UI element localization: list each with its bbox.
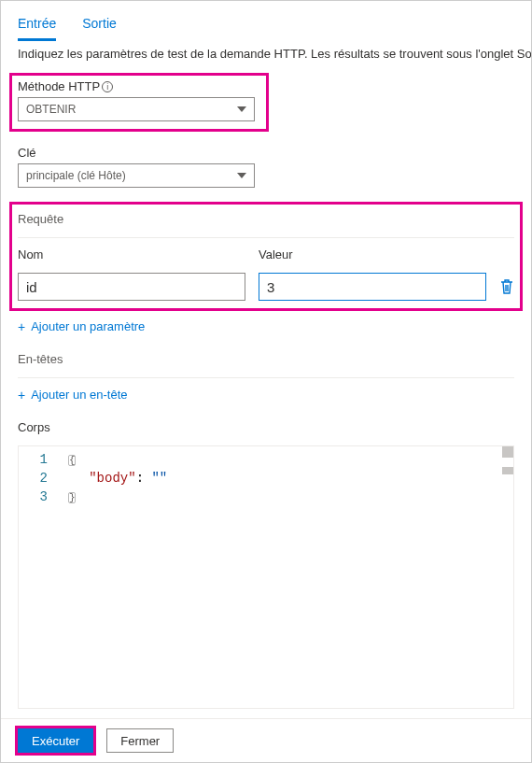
- tab-output[interactable]: Sortie: [82, 12, 117, 41]
- chevron-down-icon: [237, 173, 246, 178]
- scrollbar-thumb[interactable]: [502, 446, 513, 458]
- body-title: Corps: [18, 420, 514, 434]
- tabs: Entrée Sortie: [18, 12, 514, 41]
- line-number: 1: [19, 450, 48, 469]
- query-row: [18, 273, 514, 301]
- query-group: Requête Nom Valeur: [10, 203, 522, 310]
- query-name-input[interactable]: [18, 273, 245, 301]
- plus-icon: +: [18, 389, 25, 402]
- plus-icon: +: [18, 320, 25, 333]
- query-title: Requête: [18, 212, 514, 226]
- query-value-header: Valeur: [259, 247, 486, 261]
- code-value: "": [151, 471, 167, 486]
- key-group: Clé principale (clé Hôte): [18, 146, 514, 188]
- code-body[interactable]: { "body": "" }: [58, 446, 513, 708]
- key-value: principale (clé Hôte): [26, 169, 126, 182]
- spacer: [499, 247, 514, 261]
- description-text: Indiquez les paramètres de test de la de…: [18, 47, 514, 61]
- code-editor[interactable]: 1 2 3 { "body": "" }: [18, 445, 514, 709]
- code-key: "body": [89, 471, 135, 486]
- footer: Exécuter Fermer: [1, 718, 531, 762]
- add-header-link[interactable]: + Ajouter un en-tête: [18, 388, 514, 402]
- code-colon: :: [136, 471, 152, 486]
- query-name-header: Nom: [18, 247, 245, 261]
- add-param-label: Ajouter un paramètre: [31, 319, 145, 333]
- http-method-select[interactable]: OBTENIR: [18, 97, 255, 121]
- fold-icon[interactable]: {: [68, 455, 76, 466]
- run-button[interactable]: Exécuter: [18, 728, 93, 753]
- info-icon[interactable]: i: [102, 81, 113, 92]
- tab-input[interactable]: Entrée: [18, 12, 56, 41]
- divider: [18, 237, 514, 238]
- query-value-input[interactable]: [259, 273, 486, 301]
- gutter: 1 2 3: [19, 446, 58, 708]
- run-button-highlight: Exécuter: [18, 728, 93, 753]
- scrollbar-thumb[interactable]: [502, 467, 513, 474]
- line-number: 2: [19, 469, 48, 487]
- key-select[interactable]: principale (clé Hôte): [18, 163, 255, 188]
- query-headers: Nom Valeur: [18, 247, 514, 261]
- http-method-value: OBTENIR: [26, 103, 76, 116]
- add-header-label: Ajouter un en-tête: [31, 388, 127, 402]
- http-method-label-text: Méthode HTTP: [18, 79, 100, 93]
- close-button[interactable]: Fermer: [106, 728, 174, 753]
- divider: [18, 377, 514, 378]
- trash-icon[interactable]: [499, 278, 514, 295]
- line-number: 3: [19, 487, 48, 506]
- key-label: Clé: [18, 146, 36, 160]
- headers-title: En-têtes: [18, 352, 514, 366]
- add-param-link[interactable]: + Ajouter un paramètre: [18, 319, 514, 333]
- http-method-label: Méthode HTTP i: [18, 79, 113, 93]
- fold-icon[interactable]: }: [68, 492, 76, 503]
- chevron-down-icon: [237, 106, 246, 112]
- http-method-group: Méthode HTTP i OBTENIR: [10, 74, 268, 131]
